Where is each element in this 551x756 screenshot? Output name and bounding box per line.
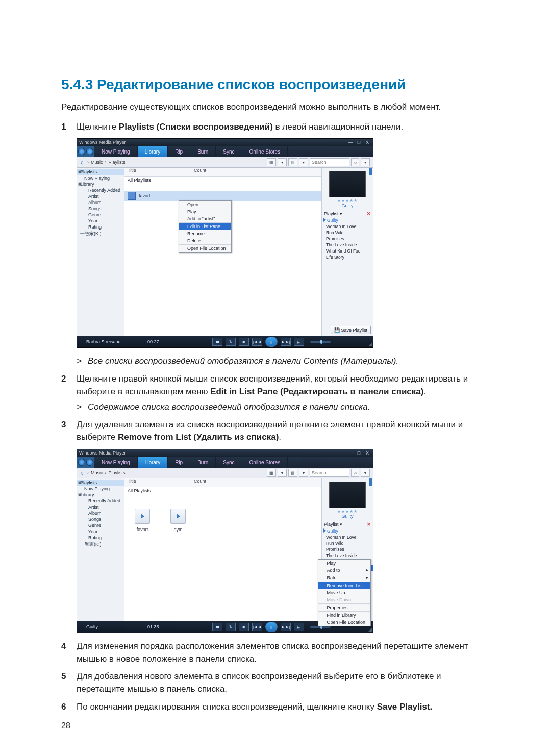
nav-genre[interactable]: Genre bbox=[77, 212, 124, 218]
play-pause-button[interactable]: || bbox=[265, 337, 278, 347]
nav-playlists[interactable]: ▣Playlists bbox=[77, 169, 124, 175]
search-icon[interactable]: ⌕ bbox=[351, 158, 359, 166]
stop-button[interactable]: ■ bbox=[239, 623, 249, 631]
bc-music[interactable]: Music bbox=[91, 470, 103, 475]
minimize-button[interactable]: — bbox=[347, 450, 354, 456]
context-menu[interactable]: Open Play Add to "artist" Edit in List P… bbox=[179, 200, 232, 253]
nav-year[interactable]: Year bbox=[77, 528, 124, 535]
tab-sync[interactable]: Sync bbox=[216, 146, 242, 157]
menu-remove-from-list[interactable]: Remove from List bbox=[318, 582, 370, 589]
nav-album[interactable]: Album bbox=[77, 510, 124, 516]
mute-button[interactable]: 🔈 bbox=[294, 623, 304, 631]
minimize-button[interactable]: — bbox=[347, 140, 354, 145]
tab-now-playing[interactable]: Now Playing bbox=[94, 146, 138, 157]
forward-icon[interactable] bbox=[86, 459, 93, 466]
clear-list-button[interactable]: ✕ bbox=[367, 211, 371, 216]
drag-handle-icon[interactable] bbox=[369, 478, 372, 486]
view-thumb-button[interactable]: ▤ bbox=[288, 469, 297, 477]
nav-recently-added[interactable]: Recently Added bbox=[77, 187, 124, 193]
nav-rating[interactable]: Rating bbox=[77, 224, 124, 230]
save-playlist-button[interactable]: 💾 Save Playlist bbox=[331, 326, 371, 334]
bc-playlists[interactable]: Playlists bbox=[109, 160, 126, 165]
view-layout-button[interactable]: ▦ bbox=[267, 469, 276, 477]
menu-add-to[interactable]: Add to▸ bbox=[318, 567, 370, 574]
nav-now-playing[interactable]: Now Playing bbox=[77, 486, 124, 492]
titlebar[interactable]: Windows Media Player — □ X bbox=[77, 449, 373, 457]
prev-button[interactable]: |◄◄ bbox=[252, 338, 262, 346]
col-count[interactable]: Count bbox=[189, 478, 206, 487]
rating-stars[interactable]: ★★★★★ bbox=[322, 509, 373, 514]
track-guilty[interactable]: Guilty bbox=[322, 528, 373, 534]
clear-list-button[interactable]: ✕ bbox=[367, 522, 371, 527]
tab-online-stores[interactable]: Online Stores bbox=[242, 146, 288, 157]
maximize-button[interactable]: □ bbox=[355, 140, 362, 145]
repeat-button[interactable]: ↻ bbox=[226, 623, 236, 631]
play-pause-button[interactable]: || bbox=[265, 622, 278, 632]
menu-move-up[interactable]: Move Up bbox=[318, 589, 370, 596]
tab-burn[interactable]: Burn bbox=[190, 146, 216, 157]
track-run-wild[interactable]: Run Wild bbox=[322, 540, 373, 546]
view-dropdown-button-2[interactable]: ▾ bbox=[299, 158, 308, 166]
wmp-logo[interactable] bbox=[77, 457, 94, 468]
nav-artist[interactable]: Artist bbox=[77, 504, 124, 510]
nav-library[interactable]: ▣Library bbox=[77, 181, 124, 187]
tab-library[interactable]: Library bbox=[138, 146, 168, 157]
track-promises[interactable]: Promises bbox=[322, 546, 373, 552]
col-title[interactable]: Title bbox=[124, 478, 189, 487]
shuffle-button[interactable]: ⇆ bbox=[212, 623, 222, 631]
track-run-wild[interactable]: Run Wild bbox=[322, 230, 373, 236]
search-icon[interactable]: ⌕ bbox=[351, 469, 359, 477]
nav-now-playing[interactable]: Now Playing bbox=[77, 175, 124, 181]
back-icon[interactable] bbox=[78, 459, 85, 466]
menu-find-in-library[interactable]: Find in Library bbox=[318, 612, 370, 619]
nav-year[interactable]: Year bbox=[77, 218, 124, 224]
tab-rip[interactable]: Rip bbox=[168, 457, 190, 468]
nav-artist[interactable]: Artist bbox=[77, 193, 124, 199]
back-icon[interactable] bbox=[78, 148, 85, 155]
row-all-playlists[interactable]: All Playlists bbox=[124, 177, 321, 184]
next-button[interactable]: ►►| bbox=[281, 338, 291, 346]
track-woman-in-love[interactable]: Woman In Love bbox=[322, 223, 373, 230]
view-dropdown-button-2[interactable]: ▾ bbox=[299, 469, 308, 477]
forward-icon[interactable] bbox=[86, 148, 93, 155]
nav-songs[interactable]: Songs bbox=[77, 516, 124, 522]
menu-delete[interactable]: Delete bbox=[179, 237, 231, 245]
volume-slider[interactable] bbox=[310, 341, 331, 343]
nav-other-drive[interactable]: 一智家(K:) bbox=[77, 230, 124, 238]
menu-open-file-location[interactable]: Open File Location bbox=[179, 245, 231, 252]
menu-properties[interactable]: Properties bbox=[318, 604, 370, 612]
menu-add-to[interactable]: Add to "artist" bbox=[179, 215, 231, 223]
track-guilty[interactable]: Guilty bbox=[322, 217, 373, 223]
resize-grip-icon[interactable]: ◢ bbox=[368, 342, 372, 347]
search-input[interactable]: Search bbox=[310, 158, 349, 166]
col-count[interactable]: Count bbox=[189, 168, 206, 176]
col-title[interactable]: Title bbox=[124, 168, 189, 176]
tab-burn[interactable]: Burn bbox=[190, 457, 216, 468]
bc-music[interactable]: Music bbox=[91, 160, 103, 165]
close-button[interactable]: X bbox=[364, 140, 371, 145]
resize-grip-icon[interactable]: ◢ bbox=[368, 627, 372, 632]
row-all-playlists[interactable]: All Playlists bbox=[124, 487, 321, 494]
menu-play[interactable]: Play bbox=[318, 560, 370, 567]
search-input[interactable]: Search bbox=[310, 469, 349, 477]
tab-sync[interactable]: Sync bbox=[216, 457, 242, 468]
menu-open[interactable]: Open bbox=[179, 201, 231, 208]
nav-recently-added[interactable]: Recently Added bbox=[77, 498, 124, 504]
tab-rip[interactable]: Rip bbox=[168, 146, 190, 157]
menu-edit-in-list-pane[interactable]: Edit in List Pane bbox=[179, 223, 231, 230]
nav-other-drive[interactable]: 一智家(K:) bbox=[77, 541, 124, 548]
nav-genre[interactable]: Genre bbox=[77, 522, 124, 528]
mute-button[interactable]: 🔈 bbox=[294, 338, 304, 346]
search-dropdown-button[interactable]: ▾ bbox=[361, 469, 370, 477]
view-dropdown-button[interactable]: ▾ bbox=[278, 469, 287, 477]
titlebar[interactable]: Windows Media Player — □ X bbox=[77, 139, 373, 146]
row-favort[interactable]: favort bbox=[124, 191, 321, 201]
track-what-kind-of-fool[interactable]: What Kind Of Fool bbox=[322, 248, 373, 254]
nav-songs[interactable]: Songs bbox=[77, 206, 124, 212]
track-love-inside[interactable]: The Love Inside bbox=[322, 552, 373, 559]
menu-play[interactable]: Play bbox=[179, 208, 231, 215]
list-pane-label[interactable]: Playlist ▾ bbox=[324, 522, 342, 527]
next-button[interactable]: ►►| bbox=[281, 623, 291, 631]
nav-playlists[interactable]: ▣Playlists bbox=[77, 480, 124, 486]
drag-handle-icon[interactable] bbox=[369, 168, 372, 175]
